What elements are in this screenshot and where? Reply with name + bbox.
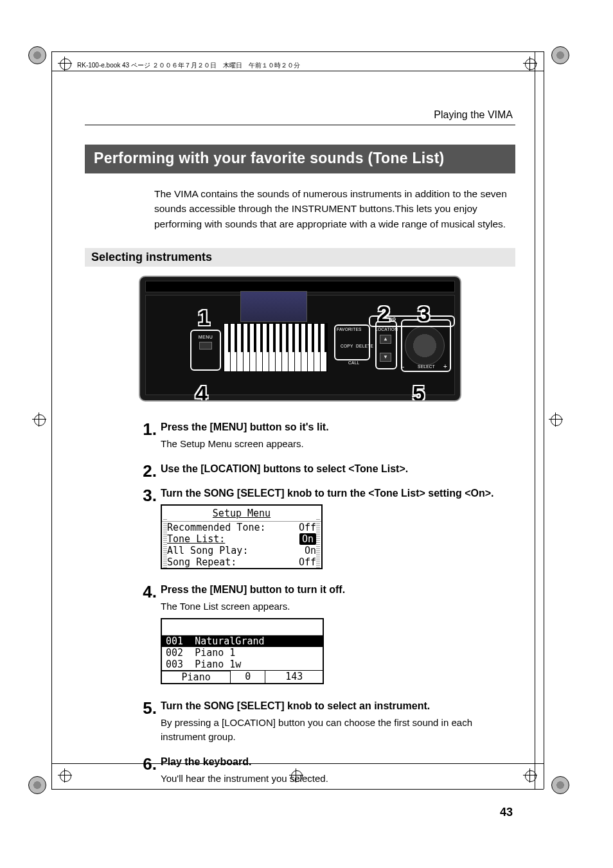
- tone-num: 003: [166, 659, 183, 670]
- menu-label: MENU: [191, 335, 220, 339]
- tone-name: NaturalGrand: [195, 635, 264, 647]
- step-title: Use the [LOCATION] buttons to select <To…: [161, 461, 515, 475]
- tone-name: Piano 1w: [195, 659, 241, 670]
- tone-list-row: 003 Piano 1w: [162, 659, 323, 670]
- registration-mark: [32, 412, 46, 427]
- crop-circle: [551, 46, 569, 64]
- crop-frame: [51, 51, 544, 52]
- step-text: By pressing a [LOCATION] button you can …: [161, 716, 515, 744]
- step-number: 2.: [135, 461, 157, 479]
- step-text: The Setup Menu screen appears.: [161, 437, 515, 451]
- copy-label: COPY: [341, 344, 353, 348]
- minus-label: -: [402, 363, 405, 370]
- step-number: 6.: [135, 754, 157, 772]
- intro-paragraph: The VIMA contains the sounds of numerous…: [154, 186, 515, 231]
- favorites-label: FAVORITES: [337, 327, 362, 332]
- tone-list-row: 002 Piano 1: [162, 647, 323, 659]
- setup-menu-screenshot: Setup Menu Recommended Tone: Off Tone Li…: [161, 504, 323, 569]
- step-6: 6. Play the keyboard. You'll hear the in…: [135, 754, 515, 790]
- call-label: CALL: [348, 360, 359, 365]
- setup-menu-row: Tone List: On: [162, 533, 321, 545]
- row-label: Recommended Tone:: [167, 522, 266, 533]
- registration-mark: [58, 768, 72, 783]
- tone-index-b: 143: [265, 671, 323, 683]
- page-number: 43: [500, 806, 513, 819]
- tone-num: 002: [166, 647, 183, 659]
- tone-category: Piano: [162, 671, 231, 683]
- row-label: All Song Play:: [167, 545, 248, 556]
- callout-2: 2: [378, 301, 390, 326]
- row-value: On: [305, 545, 316, 556]
- step-title: Press the [MENU] button so it's lit.: [161, 420, 515, 433]
- row-label: Song Repeat:: [167, 556, 236, 568]
- delete-label: DELETE: [356, 344, 373, 348]
- step-4: 4. Press the [MENU] button to turn it of…: [135, 582, 515, 693]
- tone-index-a: 0: [231, 671, 265, 683]
- step-number: 1.: [135, 420, 157, 438]
- header-rule: [85, 125, 515, 125]
- step-number: 5.: [135, 698, 157, 716]
- row-value: On: [299, 533, 316, 545]
- step-title: Press the [MENU] button to turn it off.: [161, 582, 515, 596]
- row-label: Tone List:: [167, 533, 225, 545]
- step-title: Play the keyboard.: [161, 754, 515, 768]
- menu-button-illustration: MENU: [190, 330, 221, 371]
- step-5: 5. Turn the SONG [SELECT] knob to select…: [135, 698, 515, 748]
- setup-menu-row: Recommended Tone: Off: [162, 522, 321, 533]
- step-1: 1. Press the [MENU] button so it's lit. …: [135, 420, 515, 455]
- crop-circle: [28, 776, 46, 794]
- step-text: The Tone List screen appears.: [161, 599, 515, 614]
- callout-1: 1: [198, 305, 210, 330]
- subsection-title: Selecting instruments: [85, 248, 515, 267]
- step-number: 4.: [135, 582, 157, 600]
- row-value: Off: [299, 522, 316, 533]
- crop-circle: [551, 776, 569, 794]
- registration-mark: [549, 412, 563, 427]
- plus-label: +: [443, 363, 447, 370]
- setup-menu-title: Setup Menu: [162, 506, 321, 522]
- callout-3: 3: [418, 301, 430, 326]
- crop-frame: [544, 51, 544, 789]
- setup-menu-row: Song Repeat: Off: [162, 556, 321, 568]
- book-header: RK-100-e.book 43 ページ ２００６年７月２０日 木曜日 午前１０…: [77, 61, 300, 70]
- crop-frame: [535, 51, 535, 789]
- step-text: You'll hear the instrument you selected.: [161, 772, 515, 786]
- step-3: 3. Turn the SONG [SELECT] knob to turn t…: [135, 486, 515, 576]
- callout-4: 4: [195, 381, 208, 402]
- tone-list-screenshot: 001 NaturalGrand 002 Piano 1 003 Piano 1…: [161, 618, 324, 684]
- tone-name: Piano 1: [195, 647, 235, 659]
- row-value: Off: [299, 556, 316, 568]
- tone-list-footer: Piano 0 143: [162, 670, 323, 683]
- step-number: 3.: [135, 486, 157, 504]
- panel-illustration: 1 2 3 4 5 MENU SONG FAVORITES COPY DELET…: [85, 276, 515, 402]
- registration-mark: [58, 57, 72, 71]
- select-label: SELECT: [418, 364, 435, 369]
- location-label: LOCATION: [375, 327, 398, 332]
- section-title: Performing with your favorite sounds (To…: [85, 145, 515, 173]
- crop-frame: [51, 71, 544, 71]
- setup-menu-row: All Song Play: On: [162, 545, 321, 556]
- step-title: Turn the SONG [SELECT] knob to turn the …: [161, 486, 515, 499]
- crop-frame: [51, 51, 52, 789]
- running-head: Playing the VIMA: [85, 109, 515, 121]
- tone-list-row: 001 NaturalGrand: [162, 635, 323, 647]
- callout-5: 5: [413, 381, 425, 402]
- step-title: Turn the SONG [SELECT] knob to select an…: [161, 698, 515, 712]
- tone-num: 001: [166, 635, 183, 647]
- step-2: 2. Use the [LOCATION] buttons to select …: [135, 461, 515, 479]
- crop-circle: [28, 46, 46, 64]
